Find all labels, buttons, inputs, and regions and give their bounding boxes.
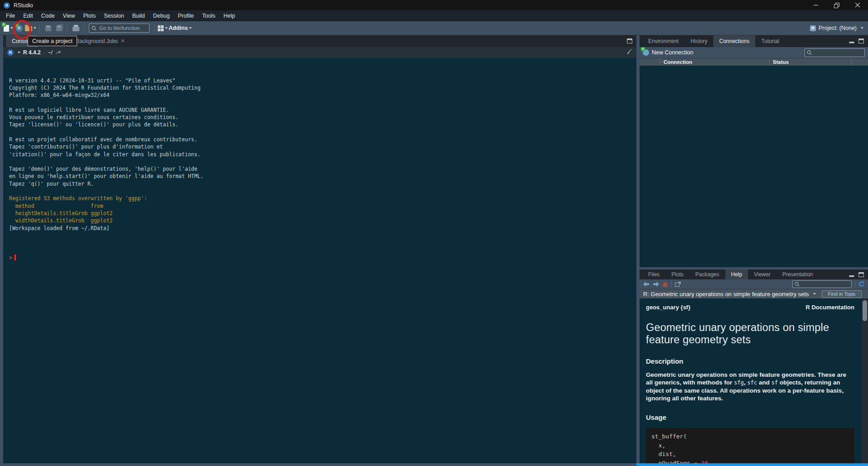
console-line: 'citation()' pour la façon de le citer d… (9, 151, 636, 158)
close-icon[interactable]: ✕ (121, 38, 125, 44)
new-file-icon (4, 25, 9, 32)
console-lines: R version 4.4.2 (2024-10-31 ucrt) -- "Pi… (9, 77, 636, 240)
console-line: en ligne ou 'help.start()' pour obtenir … (9, 173, 636, 180)
minimize-pane-icon[interactable] (849, 272, 854, 277)
connections-search[interactable] (805, 48, 865, 57)
tab-presentation[interactable]: Presentation (776, 269, 819, 279)
menu-item-help[interactable]: Help (219, 11, 239, 20)
minimize-button[interactable] (805, 0, 826, 10)
save-all-button[interactable] (54, 23, 64, 34)
workspace-panes-button[interactable] (158, 23, 168, 34)
tab-tutorial[interactable]: Tutorial (755, 35, 785, 47)
code-token: dist, (651, 451, 676, 457)
menu-item-plots[interactable]: Plots (79, 11, 100, 20)
minimize-pane-icon[interactable] (849, 38, 854, 43)
home-icon[interactable] (662, 282, 668, 287)
connections-toolbar: New Connection (640, 47, 868, 58)
maximize-pane-icon[interactable] (858, 272, 864, 277)
tab-environment[interactable]: Environment (642, 35, 684, 47)
rstudio-logo-icon: R (4, 2, 10, 9)
search-icon (795, 282, 800, 287)
menu-item-file[interactable]: File (2, 11, 19, 20)
save-icon (45, 25, 51, 31)
console-line: method from (9, 202, 636, 210)
menu-item-build[interactable]: Build (128, 11, 149, 20)
console-output[interactable]: R version 4.4.2 (2024-10-31 ucrt) -- "Pi… (3, 58, 636, 463)
code-line: st_buffer( (651, 432, 849, 441)
tab-history[interactable]: History (684, 35, 713, 47)
tab-help[interactable]: Help (725, 269, 748, 279)
close-button[interactable] (847, 0, 868, 10)
maximize-button[interactable] (826, 0, 847, 10)
help-scrollbar[interactable] (862, 298, 868, 463)
r-version-icon[interactable]: R (7, 49, 14, 56)
help-search[interactable] (792, 280, 852, 288)
open-file-button[interactable] (25, 23, 36, 34)
search-icon (807, 50, 812, 55)
addins-button[interactable]: Addins (169, 23, 192, 34)
print-button[interactable] (71, 23, 81, 34)
code-token: = (694, 460, 698, 464)
chevron-down-icon (189, 27, 192, 29)
new-file-button[interactable] (3, 23, 13, 34)
menu-item-session[interactable]: Session (100, 11, 128, 20)
console-line (9, 129, 636, 136)
console-header: R R 4.4.2 · ~/ (3, 47, 636, 58)
chevron-down-icon (10, 27, 13, 29)
text-cursor (15, 255, 16, 260)
console-line (9, 232, 636, 239)
share-arrow-icon[interactable] (55, 50, 61, 55)
find-in-topic-button[interactable]: Find in Topic (822, 290, 862, 298)
forward-icon[interactable] (653, 282, 659, 287)
working-directory: ~/ (48, 49, 52, 56)
addins-label: Addins (169, 25, 188, 31)
menu-item-profile[interactable]: Profile (174, 11, 198, 20)
goto-file-search[interactable] (89, 24, 150, 33)
console-line: widthDetails.titleGrob ggplot2 (9, 217, 636, 224)
goto-file-input[interactable] (98, 25, 147, 31)
menu-item-view[interactable]: View (59, 11, 79, 20)
connections-list-empty (640, 66, 868, 267)
bottom-right-tab-bar: FilesPlotsPackagesHelpViewerPresentation (640, 269, 868, 279)
connections-search-input[interactable] (814, 49, 863, 56)
description-text: and (757, 379, 771, 386)
doc-type-label: R Documentation (805, 304, 854, 311)
scrollbar-thumb[interactable] (863, 300, 867, 321)
console-line: Copyright (C) 2024 The R Foundation for … (9, 84, 636, 91)
chevron-down-icon (165, 27, 168, 29)
menu-item-code[interactable]: Code (37, 11, 59, 20)
tab-files[interactable]: Files (642, 269, 665, 279)
open-in-new-window-icon[interactable] (675, 282, 681, 287)
code-token: nQuadSegs (651, 460, 694, 464)
console-prompt-line[interactable]: > (9, 254, 636, 261)
create-project-tooltip: Create a project (28, 36, 77, 46)
chevron-down-icon[interactable] (813, 293, 816, 295)
save-button[interactable] (43, 23, 53, 34)
create-project-button[interactable]: R (14, 23, 24, 34)
tab-connections[interactable]: Connections (713, 35, 756, 47)
main-toolbar: R Addins R Project: (None) (0, 21, 868, 35)
tab-viewer[interactable]: Viewer (748, 269, 776, 279)
help-topic-bar: R: Geometric unary operations on simple … (640, 289, 868, 298)
clear-console-icon[interactable] (626, 49, 632, 55)
menu-item-debug[interactable]: Debug (149, 11, 174, 20)
back-icon[interactable] (643, 282, 650, 287)
title-bar: R RStudio (0, 0, 868, 10)
tab-background-jobs[interactable]: Background Jobs✕ (70, 35, 131, 47)
new-connection-button[interactable]: New Connection (652, 49, 693, 56)
tab-packages[interactable]: Packages (689, 269, 725, 279)
tab-plots[interactable]: Plots (665, 269, 689, 279)
menu-item-edit[interactable]: Edit (19, 11, 37, 20)
console-line: R est un logiciel libre livré sans AUCUN… (9, 106, 636, 114)
menu-item-tools[interactable]: Tools (198, 11, 219, 20)
maximize-pane-icon[interactable] (858, 38, 864, 43)
header-cell-empty (640, 58, 660, 66)
panes-grid-icon (158, 25, 164, 31)
maximize-pane-icon[interactable] (627, 38, 632, 43)
project-menu-button[interactable]: R Project: (None) (810, 25, 863, 31)
console-pane: Console Terminal Background Jobs✕ R R 4.… (3, 35, 636, 463)
header-cell-connection: Connection (660, 58, 770, 66)
main-area: Console Terminal Background Jobs✕ R R 4.… (0, 35, 868, 466)
help-search-input[interactable] (801, 281, 849, 288)
refresh-icon[interactable] (858, 281, 864, 287)
